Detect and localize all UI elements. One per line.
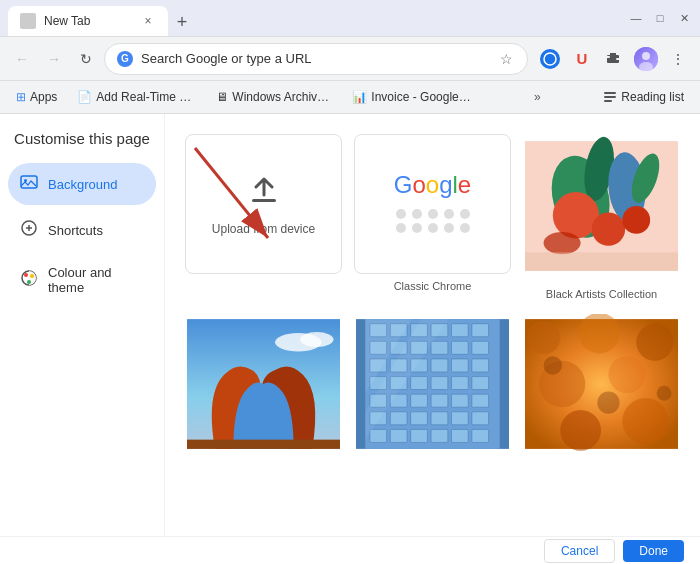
google-logo: Google [394,171,471,199]
svg-rect-9 [21,176,37,188]
url-actions: ☆ [498,49,515,69]
svg-point-77 [579,314,620,353]
svg-point-84 [597,391,619,413]
windows-icon: 🖥 [216,90,228,104]
sidebar-item-shortcuts[interactable]: Shortcuts [8,209,156,251]
bookmark-add-label: Add Real-Time Stoc... [96,90,196,104]
bookmark-invoice[interactable]: 📊 Invoice - Google Sh... [344,86,479,108]
sidebar-item-colour-theme[interactable]: Colour and theme [8,255,156,305]
svg-rect-43 [452,341,469,354]
svg-rect-70 [390,429,407,442]
svg-rect-26 [525,252,678,271]
chrome-account-icon[interactable] [536,45,564,73]
svg-rect-30 [187,440,340,449]
classic-chrome-card[interactable]: Google [354,134,511,274]
svg-rect-65 [411,412,428,425]
bookmark-windows[interactable]: 🖥 Windows Archives -... [208,86,340,108]
cancel-button[interactable]: Cancel [544,539,615,563]
bookmark-apps[interactable]: ⊞ Apps [8,86,65,108]
svg-rect-69 [370,429,387,442]
dot [412,223,422,233]
upload-icon [248,173,280,212]
dot [444,223,454,233]
svg-point-76 [527,321,560,354]
dot [396,223,406,233]
svg-rect-66 [431,412,448,425]
svg-rect-50 [472,359,489,372]
svg-point-81 [560,410,601,451]
bookmark-apps-label: Apps [30,90,57,104]
dot [428,209,438,219]
sidebar-colour-label: Colour and theme [48,265,144,295]
svg-point-13 [24,273,28,277]
svg-rect-44 [472,341,489,354]
card-wrapper-black-artists: Black Artists Collection [523,134,680,300]
apps-icon: ⊞ [16,90,26,104]
svg-rect-6 [604,92,616,94]
window-controls: — □ ✕ [628,10,692,26]
dots-row-1 [396,209,470,219]
svg-rect-8 [604,100,612,102]
svg-point-10 [24,179,27,182]
svg-point-82 [622,398,668,444]
svg-rect-53 [411,377,428,390]
main-content: Customise this page Background Shortcuts… [0,114,700,536]
svg-point-14 [30,274,34,278]
sidebar-item-background[interactable]: Background [8,163,156,205]
done-button[interactable]: Done [623,540,684,562]
background-grid: Upload from device Google [185,134,680,460]
active-tab[interactable]: New Tab × [8,6,168,36]
upload-from-device-card[interactable]: Upload from device [185,134,342,274]
svg-point-15 [27,280,31,284]
svg-rect-56 [472,377,489,390]
u-extension-icon[interactable]: U [568,45,596,73]
building-card[interactable] [354,312,511,460]
svg-rect-68 [472,412,489,425]
bookmark-star-icon[interactable]: ☆ [498,49,515,69]
bookmarks-more-button[interactable]: » [530,86,545,108]
tab-close-button[interactable]: × [140,13,156,29]
refresh-button[interactable]: ↻ [72,45,100,73]
more-options-button[interactable]: ⋮ [664,45,692,73]
svg-point-78 [636,324,673,361]
bookmark-windows-label: Windows Archives -... [232,90,332,104]
tab-label: New Tab [44,14,90,28]
dot [412,209,422,219]
content-panel: Upload from device Google [165,114,700,536]
svg-rect-67 [452,412,469,425]
card-wrapper-building [354,312,511,460]
url-text: Search Google or type a URL [141,51,312,66]
close-button[interactable]: ✕ [676,10,692,26]
black-artists-card[interactable] [523,134,680,282]
forward-button[interactable]: → [40,45,68,73]
maximize-button[interactable]: □ [652,10,668,26]
svg-point-24 [622,206,650,234]
extensions-icon[interactable] [600,45,628,73]
svg-point-25 [544,232,581,254]
black-artists-label: Black Artists Collection [523,288,680,300]
dot [460,223,470,233]
bookmark-invoice-label: Invoice - Google Sh... [371,90,471,104]
arch-card[interactable] [185,312,342,460]
svg-rect-48 [431,359,448,372]
minimize-button[interactable]: — [628,10,644,26]
card-wrapper-texture [523,312,680,460]
svg-point-4 [642,52,650,60]
svg-rect-72 [431,429,448,442]
profile-avatar[interactable] [632,45,660,73]
add-real-time-icon: 📄 [77,90,92,104]
page-title: Customise this page [8,130,156,147]
texture-card[interactable] [523,312,680,460]
svg-rect-73 [452,429,469,442]
url-bar[interactable]: G Search Google or type a URL ☆ [104,43,528,75]
shortcuts-icon [20,219,38,241]
svg-point-29 [300,332,333,347]
classic-chrome-label: Classic Chrome [354,280,511,292]
bookmark-add-real-time[interactable]: 📄 Add Real-Time Stoc... [69,86,204,108]
svg-point-85 [657,386,672,401]
reading-list-button[interactable]: Reading list [595,86,692,108]
svg-point-80 [608,356,645,393]
new-tab-button[interactable]: + [168,8,196,36]
dot [444,209,454,219]
back-button[interactable]: ← [8,45,36,73]
